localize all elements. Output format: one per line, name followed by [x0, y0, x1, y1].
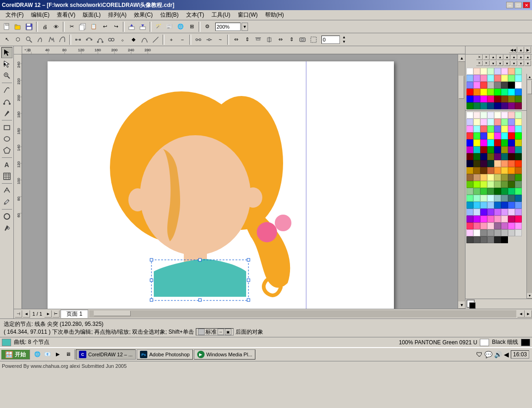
vscroll-up[interactable]: ▲	[458, 54, 466, 62]
palette-swatch[interactable]	[466, 167, 473, 174]
palette-swatch-top[interactable]	[508, 82, 515, 89]
zoom-tool[interactable]	[1, 70, 12, 81]
palette-swatch-top[interactable]	[473, 89, 480, 96]
palette-swatch[interactable]	[480, 139, 487, 146]
menu-layout[interactable]: 版面(L)	[79, 10, 104, 20]
palette-swatch[interactable]	[508, 153, 515, 160]
palette-swatch[interactable]	[508, 216, 515, 222]
palette-swatch[interactable]	[494, 139, 501, 146]
status-color-box-black[interactable]	[521, 339, 530, 346]
palette-swatch[interactable]	[508, 229, 515, 236]
palette-swatch-top[interactable]	[480, 96, 487, 102]
palette-swatch[interactable]	[508, 160, 515, 167]
palette-swatch-top[interactable]	[501, 75, 508, 82]
pen-tool[interactable]	[1, 108, 12, 119]
quicklaunch-showdesktop[interactable]: 🖥	[63, 349, 73, 359]
status-color-box-white[interactable]	[480, 339, 489, 346]
palette-swatch[interactable]	[480, 181, 487, 188]
menu-tools[interactable]: 工具(U)	[208, 10, 234, 20]
hscroll-right[interactable]: ►	[525, 310, 532, 318]
palette-swatch-top[interactable]	[501, 96, 508, 102]
palette-swatch-top[interactable]	[487, 68, 494, 75]
menu-effects[interactable]: 效果(C)	[130, 10, 157, 20]
pal-b5[interactable]: ▼	[518, 60, 524, 66]
open-btn[interactable]	[13, 22, 23, 32]
tb2-node1[interactable]	[73, 35, 83, 45]
palette-swatch[interactable]	[473, 160, 480, 167]
palette-swatch[interactable]	[487, 126, 494, 132]
palette-swatch[interactable]	[494, 132, 501, 139]
palette-swatch[interactable]	[501, 222, 508, 229]
palette-swatch[interactable]	[480, 202, 487, 209]
palette-swatch[interactable]	[466, 236, 473, 243]
pal-arr6[interactable]: ▲	[525, 54, 531, 60]
palette-swatch[interactable]	[508, 119, 515, 126]
palette-swatch-top[interactable]	[508, 75, 515, 82]
palette-swatch[interactable]	[508, 209, 515, 216]
palette-swatch-top[interactable]	[501, 68, 508, 75]
palette-swatch[interactable]	[515, 209, 522, 216]
page-next[interactable]: ►	[44, 310, 52, 318]
import-btn[interactable]	[127, 22, 137, 32]
palette-swatch[interactable]	[508, 167, 515, 174]
palette-swatch-top[interactable]	[508, 102, 515, 109]
undo-btn[interactable]: ↩	[100, 22, 110, 32]
zoom-input[interactable]	[215, 23, 241, 31]
palette-swatch[interactable]	[515, 139, 522, 146]
palette-swatch-top[interactable]	[473, 75, 480, 82]
print-btn[interactable]: 🖨	[40, 22, 50, 32]
palette-swatch[interactable]	[501, 167, 508, 174]
tb2-stretch1[interactable]: ⇔	[231, 35, 241, 45]
copy-btn[interactable]	[78, 22, 88, 32]
save-btn[interactable]	[24, 22, 34, 32]
palette-right[interactable]: ▶	[525, 47, 531, 53]
zoom-dropdown[interactable]: ▼	[242, 23, 248, 31]
palette-swatch[interactable]	[501, 153, 508, 160]
palette-swatch[interactable]	[501, 236, 508, 243]
menu-edit[interactable]: 编辑(E)	[27, 10, 53, 20]
vscroll-track[interactable]	[458, 62, 465, 301]
palette-swatch[interactable]	[487, 153, 494, 160]
pal-b6[interactable]: ▼	[525, 60, 531, 66]
coord-down[interactable]: ▼	[341, 40, 347, 44]
rectangle-tool[interactable]	[1, 122, 12, 133]
palette-swatch[interactable]	[473, 167, 480, 174]
palette-swatch[interactable]	[487, 209, 494, 216]
tb2-btn5[interactable]	[46, 35, 56, 45]
menu-bitmap[interactable]: 位图(B)	[157, 10, 182, 20]
outline-color-box[interactable]	[469, 302, 476, 309]
palette-swatch[interactable]	[494, 126, 501, 132]
palette-swatch[interactable]	[515, 126, 522, 132]
vscroll-down[interactable]: ▼	[458, 301, 466, 309]
current-color-teal[interactable]	[2, 339, 11, 346]
palette-swatch[interactable]	[473, 146, 480, 153]
palette-swatch[interactable]	[466, 181, 473, 188]
palette-swatch[interactable]	[501, 202, 508, 209]
palette-swatch[interactable]	[501, 216, 508, 222]
pal-b2[interactable]: ▼	[497, 60, 503, 66]
tb2-reflect1[interactable]: ⇔	[275, 35, 285, 45]
palette-swatch[interactable]	[494, 160, 501, 167]
palette-swatch[interactable]	[494, 146, 501, 153]
palette-swatch[interactable]	[480, 236, 487, 243]
palette-swatch[interactable]	[473, 188, 480, 195]
preview-btn[interactable]: 👁	[51, 22, 61, 32]
palette-swatch[interactable]	[501, 119, 508, 126]
canvas-drawing-area[interactable]	[22, 54, 465, 309]
palette-swatch-top[interactable]	[473, 82, 480, 89]
palette-swatch[interactable]	[501, 188, 508, 195]
export-btn[interactable]	[138, 22, 148, 32]
hscroll-left[interactable]: ◄	[517, 310, 525, 318]
tb2-align1[interactable]	[253, 35, 263, 45]
palette-swatch[interactable]	[508, 188, 515, 195]
palette-swatch[interactable]	[494, 167, 501, 174]
tb2-align2[interactable]	[264, 35, 274, 45]
palette-swatch[interactable]	[487, 112, 494, 119]
palette-swatch-top[interactable]	[487, 82, 494, 89]
palette-swatch-top[interactable]	[515, 82, 522, 89]
vscroll-thumb[interactable]	[459, 76, 464, 99]
palette-swatch[interactable]	[466, 126, 473, 132]
palette-swatch[interactable]	[501, 126, 508, 132]
tb2-join[interactable]	[193, 35, 203, 45]
palette-swatch[interactable]	[515, 222, 522, 229]
